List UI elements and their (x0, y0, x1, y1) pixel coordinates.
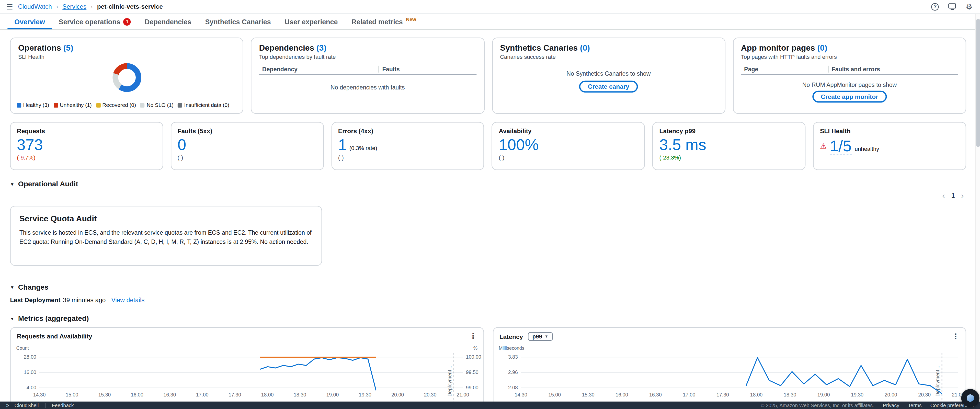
latency-stat-select[interactable]: p99 ▼ (528, 332, 553, 341)
legend-label: Healthy (3) (23, 102, 49, 108)
cloudshell-button[interactable]: >_ CloudShell (6, 403, 38, 408)
insufficient-data-swatch-icon (178, 103, 182, 107)
metric-value: 373 (17, 136, 43, 153)
deployment-label: Last Deployment (10, 296, 60, 304)
alert-count-badge: 1 (124, 18, 131, 25)
svg-text:17:00: 17:00 (196, 392, 208, 398)
operations-count-link[interactable]: (5) (64, 43, 73, 53)
dependencies-card-title: Dependencies (3) (259, 43, 476, 53)
svg-text:3.83: 3.83 (508, 354, 518, 360)
tab-dependencies[interactable]: Dependencies (138, 14, 198, 29)
svg-text:20:30: 20:30 (918, 392, 931, 398)
svg-text:18:30: 18:30 (783, 392, 796, 398)
svg-text:14:30: 14:30 (33, 392, 46, 398)
synthetics-count-link[interactable]: (0) (580, 43, 590, 53)
page-number[interactable]: 1 (951, 192, 955, 199)
sli-health-donut-chart[interactable] (112, 63, 141, 92)
create-app-monitor-button[interactable]: Create app monitor (812, 91, 887, 102)
dependencies-card: Dependencies (3) Top dependencies by fau… (251, 38, 484, 114)
column-header-faults: Faults (379, 66, 476, 73)
card-title-text: Dependencies (259, 43, 314, 53)
tab-label: Overview (14, 18, 45, 25)
svg-text:19:30: 19:30 (851, 392, 863, 398)
gear-icon[interactable]: ⚙ (966, 3, 972, 10)
terms-link[interactable]: Terms (908, 403, 921, 408)
chevron-right-icon[interactable]: › (961, 191, 964, 200)
feedback-button[interactable]: Feedback (52, 403, 74, 408)
faults-metric-card: Faults (5xx) 0 (-) (171, 122, 324, 170)
section-title: Metrics (aggregated) (18, 315, 89, 322)
scrollbar-thumb[interactable] (976, 19, 980, 147)
footer-divider (45, 403, 46, 408)
legend-label: No SLO (1) (147, 102, 173, 108)
chart-title: Latency (500, 333, 523, 340)
breadcrumb: CloudWatch › Services › pet-clinic-vets-… (18, 3, 162, 10)
synthetics-card-title: Synthetics Canaries (0) (500, 43, 717, 53)
display-settings-icon[interactable] (948, 3, 956, 10)
dependencies-count-link[interactable]: (3) (317, 43, 326, 53)
card-title-text: Operations (18, 43, 61, 53)
tab-related-metrics[interactable]: Related metrics New (345, 14, 423, 29)
svg-text:15:00: 15:00 (66, 392, 78, 398)
app-monitor-table-header: Page Faults and errors (741, 66, 958, 75)
metric-title: Requests (17, 127, 156, 134)
cloudshell-terminal-icon: >_ (6, 403, 12, 408)
create-canary-button[interactable]: Create canary (579, 81, 638, 92)
metric-rate-suffix: (0.3% rate) (349, 145, 377, 151)
synthetics-empty-message: No Synthetics Canaries to show (566, 70, 651, 77)
kebab-menu-icon[interactable]: ⋮ (952, 333, 959, 340)
view-details-link[interactable]: View details (111, 296, 145, 304)
collapse-icon[interactable]: ▼ (10, 285, 14, 289)
svg-text:16:30: 16:30 (163, 392, 176, 398)
kebab-menu-icon[interactable]: ⋮ (469, 332, 477, 339)
availability-metric-card: Availability 100% (-) (492, 122, 645, 170)
svg-text:18:30: 18:30 (294, 392, 306, 398)
tab-user-experience[interactable]: User experience (278, 14, 345, 29)
amazon-q-icon (966, 394, 974, 402)
help-icon[interactable]: ? (931, 3, 939, 10)
quota-card-title: Service Quota Audit (19, 214, 313, 223)
sli-health-legend: Healthy (3) Unhealthy (1) Recovered (0) … (17, 102, 239, 108)
svg-text:Deployment...: Deployment... (447, 366, 452, 397)
legend-item-healthy: Healthy (3) (17, 102, 49, 108)
cloudwatch-service-detail-page: ☰ CloudWatch › Services › pet-clinic-vet… (0, 0, 980, 409)
legend-label: Recovered (0) (102, 102, 136, 108)
collapse-icon[interactable]: ▼ (10, 316, 14, 321)
chevron-left-icon[interactable]: ‹ (942, 191, 945, 200)
metric-title: Errors (4xx) (338, 127, 477, 134)
audit-pagination: ‹ 1 › (0, 191, 964, 200)
tab-synthetics-canaries[interactable]: Synthetics Canaries (198, 14, 278, 29)
svg-text:99.50: 99.50 (466, 369, 479, 375)
breadcrumb-link-services[interactable]: Services (62, 3, 86, 10)
app-monitor-empty-message: No RUM AppMonitor pages to show (802, 81, 897, 88)
app-monitor-count-link[interactable]: (0) (817, 43, 827, 53)
sli-health-metric-card: SLI Health ⚠ 1/5 unhealthy (813, 122, 966, 170)
hamburger-menu-icon[interactable]: ☰ (6, 3, 13, 10)
dependencies-empty-message: No dependencies with faults (259, 84, 476, 91)
svg-text:16.00: 16.00 (24, 369, 36, 375)
recovered-swatch-icon (96, 103, 100, 107)
section-changes: ▼ Changes (10, 283, 970, 291)
card-title-text: App monitor pages (741, 43, 815, 53)
requests-availability-line-chart[interactable]: 28.00100.0016.0099.504.0099.0014:3015:00… (11, 353, 484, 409)
tab-service-operations[interactable]: Service operations 1 (52, 14, 138, 29)
sli-health-value[interactable]: 1/5 (830, 137, 852, 154)
svg-text:20:00: 20:00 (885, 392, 897, 398)
card-title-text: Synthetics Canaries (500, 43, 578, 53)
tab-overview[interactable]: Overview (7, 14, 52, 29)
collapse-icon[interactable]: ▼ (10, 182, 14, 186)
svg-text:15:30: 15:30 (582, 392, 594, 398)
unhealthy-swatch-icon (53, 103, 58, 107)
svg-text:14:30: 14:30 (514, 392, 527, 398)
tab-label: Dependencies (145, 18, 191, 25)
metric-delta: (-9.7%) (17, 154, 156, 161)
topbar-utilities: ? ⚙ (931, 3, 973, 10)
column-header-dependency: Dependency (259, 66, 379, 73)
amazon-q-button[interactable] (961, 389, 980, 407)
breadcrumb-link-cloudwatch[interactable]: CloudWatch (18, 3, 52, 10)
latency-chart-card: Latency p99 ▼ ⋮ Milliseconds 3.832.962.0… (493, 327, 966, 409)
svg-text:16:00: 16:00 (615, 392, 628, 398)
latency-line-chart[interactable]: 3.832.962.0814:3015:0015:3016:0016:3017:… (493, 353, 966, 409)
privacy-link[interactable]: Privacy (883, 403, 899, 408)
metric-title: Faults (5xx) (177, 127, 317, 134)
